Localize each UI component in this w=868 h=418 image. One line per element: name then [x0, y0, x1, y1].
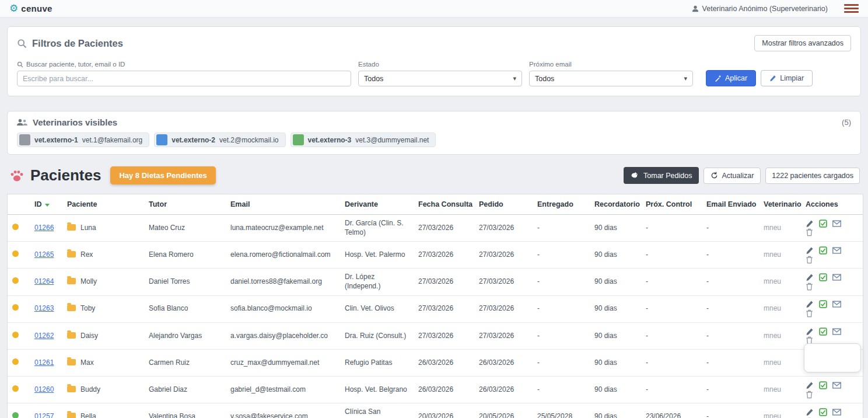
pending-diets-button[interactable]: Hay 8 Dietas Pendientes	[110, 166, 215, 184]
edit-button[interactable]	[806, 273, 814, 281]
brand[interactable]: ⚙ cenuve	[9, 4, 52, 13]
check-square-button[interactable]	[819, 273, 827, 281]
avatar	[19, 134, 30, 145]
email-button[interactable]	[832, 220, 841, 227]
column-header-id[interactable]: ID	[30, 194, 62, 215]
estado-select[interactable]: Todos ▾	[358, 71, 522, 86]
patient-id-link[interactable]: 01257	[34, 412, 54, 418]
patient-name: Buddy	[80, 385, 100, 393]
pedido: 20/05/2026	[474, 403, 533, 418]
vet-chip[interactable]: vet.externo-2 vet.2@mockmail.io	[154, 133, 285, 147]
tutor-email: v.sosa@fakeservice.com	[226, 403, 340, 418]
hamburger-menu-icon[interactable]	[844, 4, 859, 13]
proximo-email-select[interactable]: Todos ▾	[529, 71, 693, 86]
delete-icon	[806, 229, 813, 238]
delete-button[interactable]	[806, 391, 813, 399]
refresh-button[interactable]: Actualizar	[704, 168, 761, 184]
proximo-email-label: Próximo email	[529, 61, 693, 68]
email-button[interactable]	[832, 382, 841, 389]
status-dot	[12, 358, 19, 365]
apply-button[interactable]: Aplicar	[706, 70, 756, 86]
check-square-button[interactable]	[819, 300, 827, 308]
check-square-button[interactable]	[819, 328, 827, 336]
column-header-acciones[interactable]: Acciones	[801, 194, 863, 215]
delete-button[interactable]	[806, 228, 813, 236]
edit-button[interactable]	[806, 246, 814, 255]
tutor-name: Carmen Ruiz	[144, 349, 226, 376]
email-button[interactable]	[832, 247, 841, 254]
derivante: Clin. Vet. Olivos	[340, 295, 414, 322]
tutor-email: cruz_max@dummyemail.net	[226, 349, 340, 376]
column-header-fecha-consulta[interactable]: Fecha Consulta	[414, 194, 474, 215]
patient-name: Toby	[80, 304, 95, 312]
column-header-pedido[interactable]: Pedido	[474, 194, 533, 215]
user-menu[interactable]: Veterinario Anónimo (Superveterinario)	[692, 5, 828, 13]
table-row: 01263 Toby Sofia Blanco sofia.blanco@moc…	[8, 295, 863, 322]
visible-vets-title: Veterinarios visibles	[33, 117, 117, 127]
email-button[interactable]	[832, 274, 841, 281]
patient-id-link[interactable]: 01261	[34, 358, 54, 367]
derivante: Dra. Ruiz (Consult.)	[340, 322, 414, 349]
check-square-button[interactable]	[819, 381, 827, 389]
column-header-email[interactable]: Email	[226, 194, 340, 215]
check-square-button[interactable]	[819, 220, 827, 228]
column-header-derivante[interactable]: Derivante	[340, 194, 414, 215]
clear-button[interactable]: Limpiar	[761, 70, 813, 86]
search-input[interactable]	[17, 71, 351, 86]
table-row: 01257 Bella Valentina Bosa v.sosa@fakese…	[8, 403, 863, 418]
advanced-filters-button[interactable]: Mostrar filtros avanzados	[754, 35, 851, 51]
user-name: Veterinario Anónimo (Superveterinario)	[702, 5, 828, 13]
edit-button[interactable]	[806, 328, 814, 336]
delete-button[interactable]	[806, 283, 813, 291]
visible-vets-count: (5)	[842, 118, 851, 127]
table-row: 01264 Molly Daniel Torres daniel.torres8…	[8, 269, 863, 295]
veterinario: mneu	[759, 322, 801, 349]
tutor-email: daniel.torres88@fakemail.org	[226, 269, 340, 295]
patients-header: Pacientes Hay 8 Dietas Pendientes Tomar …	[9, 166, 860, 184]
email-button[interactable]	[832, 328, 841, 335]
edit-button[interactable]	[806, 408, 814, 416]
edit-button[interactable]	[806, 381, 814, 389]
check-square-button[interactable]	[819, 246, 827, 255]
column-header-recordatorio[interactable]: Recordatorio	[590, 194, 641, 215]
column-header-paciente[interactable]: Paciente	[62, 194, 144, 215]
tutor-name: Gabriel Diaz	[144, 377, 226, 403]
take-orders-button[interactable]: Tomar Pedidos	[624, 167, 699, 184]
delete-button[interactable]	[806, 256, 813, 264]
column-header-email-enviado[interactable]: Email Enviado	[702, 194, 759, 215]
patient-id-link[interactable]: 01260	[34, 385, 54, 393]
estado-value: Todos	[364, 75, 383, 83]
prox-control: -	[641, 295, 702, 322]
column-header-veterinario[interactable]: Veterinario	[759, 194, 801, 215]
tutor-name: Daniel Torres	[144, 269, 226, 295]
patient-id-link[interactable]: 01264	[34, 277, 54, 285]
table-row: 01266 Luna Mateo Cruz luna.mateocruz@exa…	[8, 215, 863, 242]
check-square-button[interactable]	[819, 408, 827, 416]
table-row: 01261 Max Carmen Ruiz cruz_max@dummyemai…	[8, 349, 863, 376]
patient-id-link[interactable]: 01263	[34, 304, 54, 312]
patient-id-link[interactable]: 01265	[34, 250, 54, 259]
email-button[interactable]	[832, 409, 841, 416]
person-icon	[692, 5, 699, 12]
derivante: Dr. López (Independ.)	[340, 269, 414, 295]
email-button[interactable]	[832, 301, 841, 308]
dog-icon	[631, 171, 639, 180]
edit-button[interactable]	[806, 300, 814, 308]
patient-id-link[interactable]: 01266	[34, 224, 54, 232]
delete-button[interactable]	[806, 309, 813, 318]
table-row: 01262 Daisy Alejandro Vargas a.vargas.da…	[8, 322, 863, 349]
search-icon	[17, 61, 23, 68]
column-header-prox-control[interactable]: Próx. Control	[641, 194, 702, 215]
topbar: ⚙ cenuve Veterinario Anónimo (Superveter…	[0, 0, 868, 18]
vet-chip[interactable]: vet.externo-3 vet.3@dummyemail.net	[290, 133, 436, 147]
vet-chip[interactable]: vet.externo-1 vet.1@fakemail.org	[17, 133, 149, 147]
edit-button[interactable]	[806, 220, 814, 228]
column-header-tutor[interactable]: Tutor	[144, 194, 226, 215]
fecha-consulta: 27/03/2026	[414, 242, 474, 269]
table-row: 01265 Rex Elena Romero elena.romero@fict…	[8, 242, 863, 269]
vet-email: vet.2@mockmail.io	[219, 136, 279, 144]
status-dot	[12, 385, 19, 392]
patient-id-link[interactable]: 01262	[34, 332, 54, 340]
column-header-entregado[interactable]: Entregado	[533, 194, 590, 215]
status-dot	[12, 250, 19, 257]
